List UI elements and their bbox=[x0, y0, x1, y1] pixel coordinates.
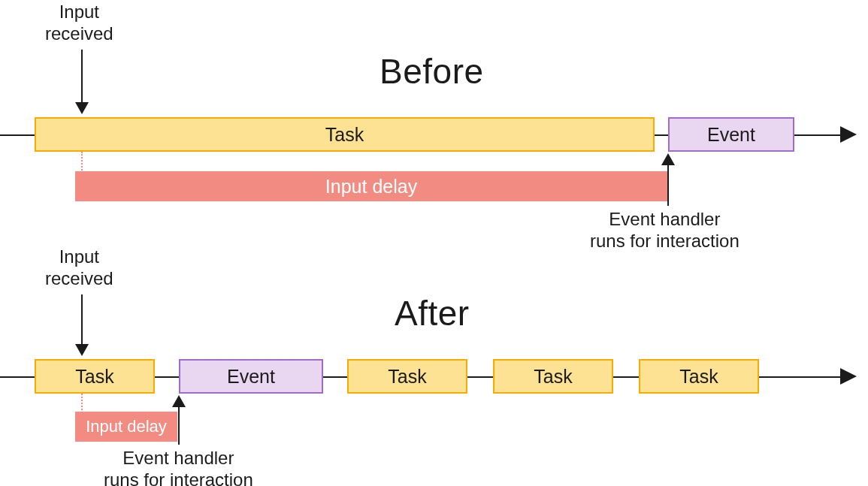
block-task-after-1: Task bbox=[35, 359, 155, 394]
block-task-before-label: Task bbox=[325, 124, 364, 146]
block-event-after-label: Event bbox=[227, 366, 275, 388]
block-task-before: Task bbox=[35, 117, 655, 152]
block-event-after: Event bbox=[179, 359, 323, 394]
arrow-event-handler-before bbox=[667, 164, 669, 206]
block-input-delay-before-label: Input delay bbox=[325, 176, 417, 198]
block-input-delay-before: Input delay bbox=[75, 171, 667, 201]
block-task-after-2: Task bbox=[347, 359, 467, 394]
label-input-received-after: Input received bbox=[45, 246, 113, 290]
block-task-after-4-label: Task bbox=[679, 366, 718, 388]
label-event-handler-after: Event handler runs for interaction bbox=[104, 448, 253, 486]
timeline-before-arrowhead bbox=[840, 126, 857, 143]
block-task-after-2-label: Task bbox=[388, 366, 426, 388]
arrow-event-handler-after bbox=[178, 406, 180, 445]
dotted-connector-after bbox=[81, 394, 83, 413]
block-input-delay-after: Input delay bbox=[75, 412, 177, 442]
block-event-before-label: Event bbox=[707, 124, 755, 146]
block-input-delay-after-label: Input delay bbox=[86, 417, 167, 436]
title-before: Before bbox=[380, 51, 484, 92]
arrow-input-received-before bbox=[81, 50, 83, 104]
block-task-after-4: Task bbox=[639, 359, 759, 394]
block-event-before: Event bbox=[668, 117, 794, 152]
title-after: After bbox=[395, 293, 470, 334]
timeline-after-arrowhead bbox=[840, 368, 857, 385]
label-event-handler-before: Event handler runs for interaction bbox=[590, 209, 739, 252]
arrow-input-received-after bbox=[81, 294, 83, 346]
label-input-received-before: Input received bbox=[45, 2, 113, 45]
block-task-after-3: Task bbox=[493, 359, 613, 394]
block-task-after-3-label: Task bbox=[534, 366, 572, 388]
dotted-connector-before bbox=[81, 152, 83, 173]
block-task-after-1-label: Task bbox=[75, 366, 113, 388]
diagram-canvas: Before Input received Task Event Input d… bbox=[0, 0, 868, 486]
